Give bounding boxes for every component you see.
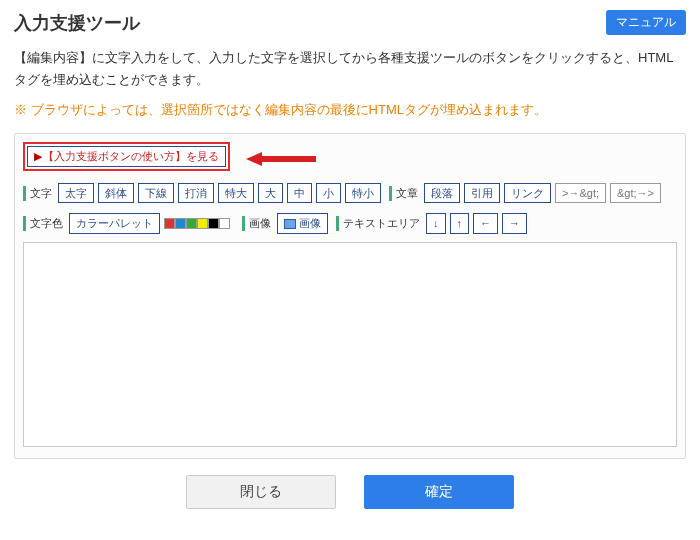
color-swatches [164,218,230,229]
toolbar-row-2: 文字色 カラーパレット 画像 画像 テキストエリア ↓ ↑ ← → [15,207,685,237]
image-icon [284,219,296,229]
size-medium-button[interactable]: 中 [287,183,312,203]
description-text: 【編集内容】に文字入力をして、入力した文字を選択してから各種支援ツールのボタンを… [14,47,686,91]
content-editor[interactable] [23,242,677,447]
textarea-left-button[interactable]: ← [473,213,498,233]
textarea-down-button[interactable]: ↓ [426,213,446,233]
italic-button[interactable]: 斜体 [98,183,134,203]
bold-button[interactable]: 太字 [58,183,94,203]
close-button[interactable]: 閉じる [186,475,336,509]
insert-image-button[interactable]: 画像 [277,213,328,233]
callout-arrow-icon [246,150,316,164]
group-label-textarea: テキストエリア [336,216,420,231]
confirm-button[interactable]: 確定 [364,475,514,509]
unescape-gt-button[interactable]: &gt;→> [610,183,661,203]
swatch-yellow[interactable] [197,218,208,229]
help-highlight-box: ▶【入力支援ボタンの使い方】を見る [23,142,230,171]
swatch-green[interactable] [186,218,197,229]
swatch-white[interactable] [219,218,230,229]
strike-button[interactable]: 打消 [178,183,214,203]
size-xlarge-button[interactable]: 特大 [218,183,254,203]
quote-button[interactable]: 引用 [464,183,500,203]
swatch-red[interactable] [164,218,175,229]
swatch-blue[interactable] [175,218,186,229]
color-palette-button[interactable]: カラーパレット [69,213,160,233]
group-label-text: 文字 [23,186,52,201]
group-label-article: 文章 [389,186,418,201]
help-link-label: 【入力支援ボタンの使い方】を見る [43,150,219,162]
escape-gt-button[interactable]: >→&gt; [555,183,606,203]
paragraph-button[interactable]: 段落 [424,183,460,203]
swatch-black[interactable] [208,218,219,229]
underline-button[interactable]: 下線 [138,183,174,203]
group-label-color: 文字色 [23,216,63,231]
toolbar-row-1: 文字 太字 斜体 下線 打消 特大 大 中 小 特小 文章 段落 引用 リンク … [15,177,685,207]
group-label-image: 画像 [242,216,271,231]
triangle-icon: ▶ [34,150,42,162]
tool-panel: ▶【入力支援ボタンの使い方】を見る 文字 太字 斜体 下線 打消 特大 大 中 … [14,133,686,459]
page-title: 入力支援ツール [14,11,140,35]
textarea-right-button[interactable]: → [502,213,527,233]
insert-image-label: 画像 [299,216,321,230]
manual-button[interactable]: マニュアル [606,10,686,35]
svg-marker-0 [246,152,316,166]
footer-buttons: 閉じる 確定 [14,475,686,509]
warning-text: ※ ブラウザによっては、選択箇所ではなく編集内容の最後にHTMLタグが埋め込まれ… [14,101,686,119]
size-small-button[interactable]: 小 [316,183,341,203]
size-large-button[interactable]: 大 [258,183,283,203]
textarea-up-button[interactable]: ↑ [450,213,470,233]
link-button[interactable]: リンク [504,183,551,203]
size-xsmall-button[interactable]: 特小 [345,183,381,203]
help-link[interactable]: ▶【入力支援ボタンの使い方】を見る [27,146,226,167]
